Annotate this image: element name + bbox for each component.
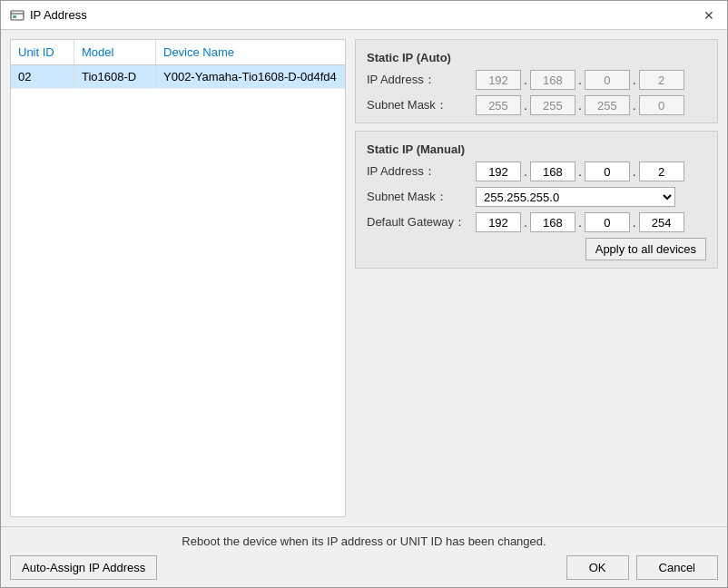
auto-subnet-octet-3: [585, 95, 630, 115]
manual-gateway-fields: . . .: [476, 212, 684, 232]
bottom-bar: Reboot the device when its IP address or…: [1, 526, 727, 587]
manual-subnet-row: Subnet Mask： 255.255.255.0255.255.0.0255…: [367, 187, 706, 207]
col-device-name: Device Name: [156, 40, 345, 64]
device-table-panel: Unit ID Model Device Name 02 Tio1608-D Y…: [10, 39, 346, 517]
manual-ip-octet-1[interactable]: [476, 162, 521, 181]
auto-ip-address-row: IP Address： . . .: [367, 70, 706, 90]
auto-ip-fields: . . .: [476, 70, 684, 90]
auto-ip-octet-3: [585, 70, 630, 90]
reboot-notice: Reboot the device when its IP address or…: [10, 534, 718, 548]
cell-unit-id: 02: [11, 65, 74, 88]
close-button[interactable]: ✕: [700, 6, 718, 24]
gateway-octet-1[interactable]: [476, 212, 521, 232]
gateway-octet-3[interactable]: [585, 212, 630, 232]
main-content: Unit ID Model Device Name 02 Tio1608-D Y…: [1, 30, 727, 526]
manual-subnet-label: Subnet Mask：: [367, 189, 476, 205]
auto-ip-octet-1: [476, 70, 521, 90]
gateway-octet-4[interactable]: [639, 212, 684, 232]
cell-model: Tio1608-D: [74, 65, 156, 88]
auto-subnet-label: Subnet Mask：: [367, 97, 476, 113]
gateway-octet-2[interactable]: [530, 212, 576, 232]
manual-ip-octet-4[interactable]: [639, 162, 684, 181]
static-ip-manual-section: Static IP (Manual) IP Address： . . . Sub…: [355, 131, 718, 269]
table-header: Unit ID Model Device Name: [11, 40, 345, 65]
auto-subnet-octet-2: [530, 95, 576, 115]
ok-button[interactable]: OK: [566, 555, 629, 580]
auto-ip-address-label: IP Address：: [367, 72, 476, 88]
static-ip-auto-label: Static IP (Auto): [367, 51, 706, 64]
manual-ip-address-row: IP Address： . . .: [367, 162, 706, 181]
auto-assign-button[interactable]: Auto-Assign IP Address: [10, 555, 157, 580]
ip-address-window: IP Address ✕ Unit ID Model Device Name 0…: [0, 0, 728, 588]
auto-subnet-fields: . . .: [476, 95, 684, 115]
auto-subnet-octet-1: [476, 95, 521, 115]
col-model: Model: [74, 40, 156, 64]
title-bar: IP Address ✕: [1, 1, 727, 30]
window-title: IP Address: [30, 8, 87, 22]
table-row[interactable]: 02 Tio1608-D Y002-Yamaha-Tio1608-D-0d4fd…: [11, 65, 345, 89]
svg-rect-0: [11, 11, 24, 20]
bottom-buttons: Auto-Assign IP Address OK Cancel: [10, 555, 718, 580]
ip-settings-panel: Static IP (Auto) IP Address： . . . Subne…: [355, 39, 718, 517]
ok-cancel-group: OK Cancel: [566, 555, 718, 580]
manual-ip-octet-2[interactable]: [530, 162, 576, 181]
auto-subnet-octet-4: [639, 95, 684, 115]
manual-ip-fields: . . .: [476, 162, 684, 181]
manual-ip-address-label: IP Address：: [367, 163, 476, 180]
manual-gateway-label: Default Gateway：: [367, 214, 476, 230]
cancel-button[interactable]: Cancel: [636, 555, 718, 580]
svg-rect-2: [13, 15, 16, 18]
apply-to-all-button[interactable]: Apply to all devices: [585, 238, 706, 260]
window-icon: [10, 8, 25, 23]
static-ip-manual-label: Static IP (Manual): [367, 142, 706, 156]
auto-ip-octet-2: [530, 70, 576, 90]
auto-subnet-row: Subnet Mask： . . .: [367, 95, 706, 115]
subnet-mask-select[interactable]: 255.255.255.0255.255.0.0255.0.0.0: [476, 187, 675, 207]
cell-device-name: Y002-Yamaha-Tio1608-D-0d4fd4: [156, 65, 345, 88]
static-ip-auto-section: Static IP (Auto) IP Address： . . . Subne…: [355, 39, 718, 123]
manual-ip-octet-3[interactable]: [585, 162, 630, 181]
manual-gateway-row: Default Gateway： . . .: [367, 212, 706, 232]
col-unit-id: Unit ID: [11, 40, 74, 64]
apply-row: Apply to all devices: [367, 238, 706, 260]
table-body: 02 Tio1608-D Y002-Yamaha-Tio1608-D-0d4fd…: [11, 65, 345, 516]
auto-ip-octet-4: [639, 70, 684, 90]
